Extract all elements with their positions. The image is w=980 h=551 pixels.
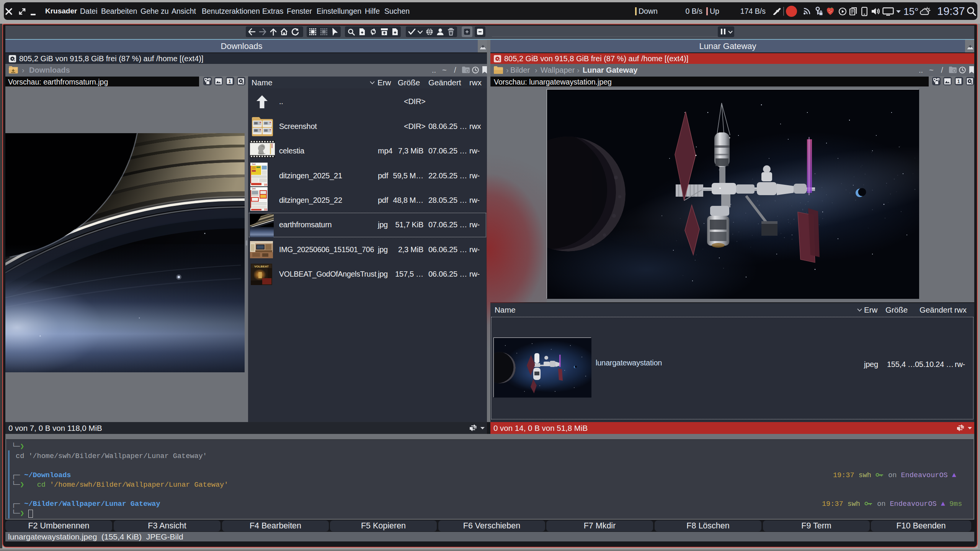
svg-text:33: 33 xyxy=(264,183,267,186)
svg-text:D♥A: D♥A xyxy=(252,187,256,190)
svg-text:1: 1 xyxy=(229,79,231,84)
svg-text:VOLBEAT: VOLBEAT xyxy=(254,265,269,268)
svg-text:1: 1 xyxy=(957,79,960,84)
svg-text:D♥A: D♥A xyxy=(252,163,256,165)
svg-text:33: 33 xyxy=(264,208,267,211)
